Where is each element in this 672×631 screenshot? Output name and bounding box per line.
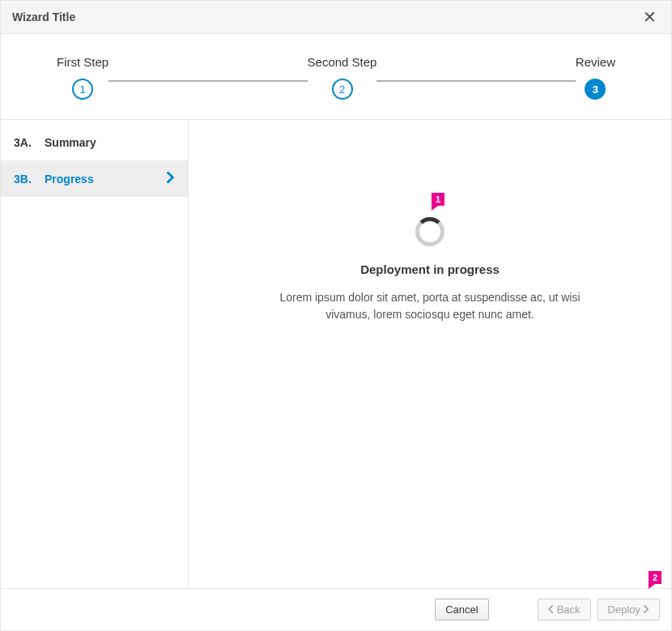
status-title: Deployment in progress — [360, 262, 500, 276]
steps-bar: First Step 1 Second Step 2 Review 3 — [1, 34, 671, 120]
wizard-header: Wizard Title ✕ — [1, 1, 671, 34]
sidebar-item-prefix: 3B. — [14, 173, 35, 185]
step-circle: 2 — [332, 79, 353, 100]
main-panel: 1 Deployment in progress Lorem ipsum dol… — [189, 120, 671, 588]
step-label: Review — [576, 55, 615, 69]
deploy-button[interactable]: Deploy — [598, 599, 660, 620]
step-connector — [108, 80, 307, 82]
sidebar-item-prefix: 3A. — [14, 136, 35, 149]
deploy-button-label: Deploy — [608, 603, 640, 616]
back-button[interactable]: Back — [538, 599, 591, 620]
wizard-title: Wizard Title — [12, 11, 75, 23]
sidebar-item-label: Summary — [45, 136, 175, 149]
step-review[interactable]: Review 3 — [576, 55, 615, 100]
cancel-button[interactable]: Cancel — [435, 599, 488, 620]
spinner-icon — [415, 217, 444, 246]
status-description: Lorem ipsum dolor sit amet, porta at sus… — [260, 289, 600, 323]
sidebar-item-progress[interactable]: 3B. Progress — [1, 160, 188, 197]
chevron-right-icon — [644, 603, 649, 616]
sidebar-item-summary[interactable]: 3A. Summary — [1, 125, 188, 160]
sidebar-item-label: Progress — [45, 173, 167, 185]
close-icon: ✕ — [643, 8, 657, 26]
wizard-body: 3A. Summary 3B. Progress 1 Deployment in… — [1, 120, 671, 589]
sidebar: 3A. Summary 3B. Progress — [1, 120, 189, 588]
step-circle-active: 3 — [585, 79, 606, 100]
chevron-right-icon — [167, 172, 175, 185]
step-first[interactable]: First Step 1 — [57, 55, 108, 100]
chevron-left-icon — [548, 603, 554, 616]
wizard-footer: 2 Cancel Back Deploy — [1, 589, 671, 630]
step-circle: 1 — [72, 79, 93, 100]
back-button-label: Back — [557, 603, 581, 616]
annotation-callout: 1 — [432, 193, 444, 206]
annotation-callout: 2 — [649, 571, 661, 584]
step-label: Second Step — [308, 55, 377, 69]
step-label: First Step — [57, 55, 108, 69]
step-connector — [376, 80, 575, 82]
close-button[interactable]: ✕ — [640, 7, 660, 27]
step-second[interactable]: Second Step 2 — [308, 55, 377, 100]
